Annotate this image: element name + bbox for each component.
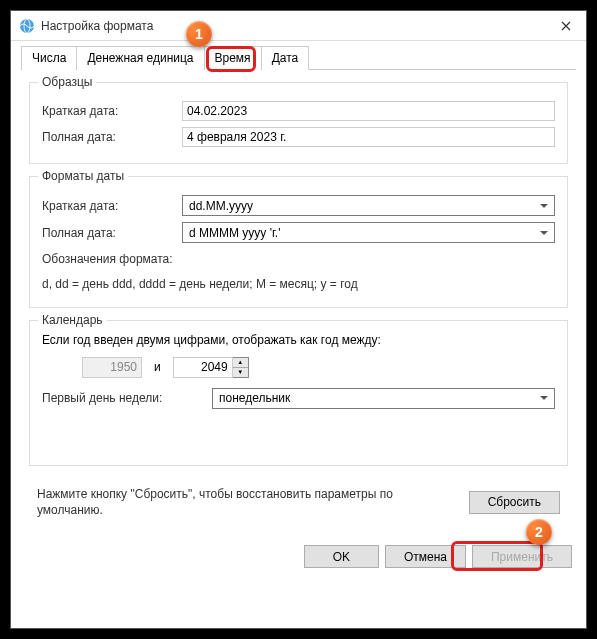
reset-area: Нажмите кнопку "Сбросить", чтобы восстан… bbox=[21, 474, 576, 528]
spinner-up-icon[interactable]: ▲ bbox=[233, 358, 248, 368]
marker-2: 2 bbox=[526, 519, 552, 545]
two-digit-year-text: Если год введен двумя цифрами, отображат… bbox=[42, 333, 555, 347]
window-title: Настройка формата bbox=[41, 19, 546, 33]
short-date-format-label: Краткая дата: bbox=[42, 199, 182, 213]
spinner-down-icon[interactable]: ▼ bbox=[233, 368, 248, 377]
tab-date[interactable]: Дата bbox=[262, 46, 310, 70]
short-date-format-select[interactable]: dd.MM.yyyy bbox=[182, 195, 555, 216]
reset-text: Нажмите кнопку "Сбросить", чтобы восстан… bbox=[37, 486, 469, 520]
dialog-window: Настройка формата Числа Денежная единица… bbox=[10, 10, 587, 629]
group-samples-title: Образцы bbox=[38, 75, 96, 89]
and-label: и bbox=[154, 360, 161, 374]
tab-currency[interactable]: Денежная единица bbox=[77, 46, 204, 70]
year-from-input bbox=[82, 357, 142, 378]
year-to-input[interactable] bbox=[173, 357, 233, 378]
tab-numbers[interactable]: Числа bbox=[21, 46, 77, 70]
format-notation-text: d, dd = день ddd, dddd = день недели; M … bbox=[42, 276, 555, 293]
format-notation-label: Обозначения формата: bbox=[42, 251, 555, 268]
ok-button[interactable]: OK bbox=[304, 545, 379, 568]
group-samples: Образцы Краткая дата: 04.02.2023 Полная … bbox=[29, 82, 568, 164]
group-formats-title: Форматы даты bbox=[38, 169, 128, 183]
marker-1: 1 bbox=[186, 21, 212, 47]
titlebar: Настройка формата bbox=[11, 11, 586, 41]
apply-button[interactable]: Применить bbox=[472, 545, 572, 568]
group-formats: Форматы даты Краткая дата: dd.MM.yyyy По… bbox=[29, 176, 568, 308]
group-calendar: Календарь Если год введен двумя цифрами,… bbox=[29, 320, 568, 466]
short-date-sample-value: 04.02.2023 bbox=[182, 101, 555, 121]
long-date-sample-value: 4 февраля 2023 г. bbox=[182, 127, 555, 147]
reset-button[interactable]: Сбросить bbox=[469, 491, 560, 514]
first-day-label: Первый день недели: bbox=[42, 391, 212, 405]
dialog-buttons: OK Отмена Применить bbox=[11, 537, 586, 582]
short-date-sample-label: Краткая дата: bbox=[42, 104, 182, 118]
long-date-format-label: Полная дата: bbox=[42, 226, 182, 240]
long-date-format-select[interactable]: d MMMM yyyy 'г.' bbox=[182, 222, 555, 243]
cancel-button[interactable]: Отмена bbox=[385, 545, 466, 568]
group-calendar-title: Календарь bbox=[38, 313, 107, 327]
tab-time[interactable]: Время bbox=[205, 46, 262, 70]
globe-icon bbox=[19, 18, 35, 34]
tab-bar: Числа Денежная единица Время Дата bbox=[21, 46, 576, 70]
year-to-spinner[interactable]: ▲ ▼ bbox=[233, 357, 249, 378]
long-date-sample-label: Полная дата: bbox=[42, 130, 182, 144]
close-icon[interactable] bbox=[546, 11, 586, 41]
first-day-select[interactable]: понедельник bbox=[212, 388, 555, 409]
